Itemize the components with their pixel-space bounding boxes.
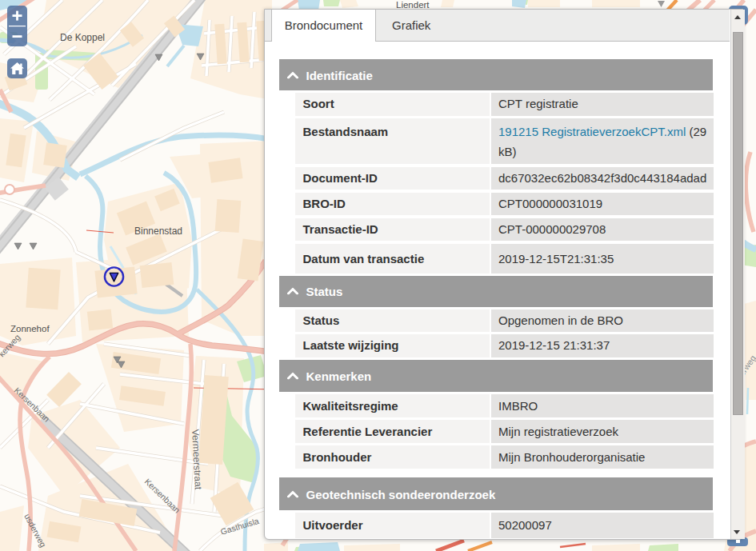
svg-text:Zonnehof: Zonnehof (10, 324, 50, 333)
svg-text:De Koppel: De Koppel (60, 32, 105, 43)
svg-text:Binnenstad: Binnenstad (134, 226, 182, 237)
